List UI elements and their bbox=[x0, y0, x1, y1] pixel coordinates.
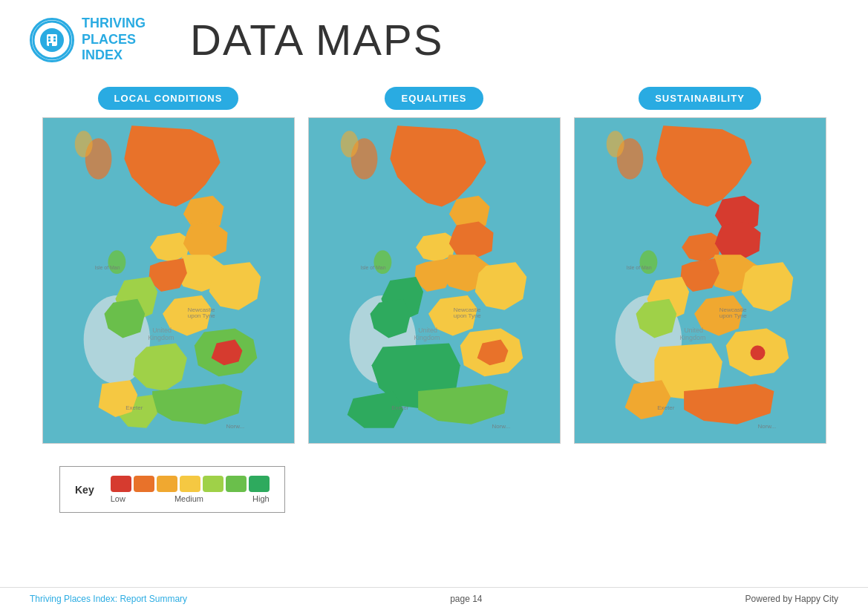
map-equalities: United Kingdom Newcastle upon Tyne Isle … bbox=[308, 117, 561, 444]
svg-text:Kingdom: Kingdom bbox=[148, 334, 174, 341]
svg-text:Isle of Man: Isle of Man bbox=[360, 265, 385, 270]
svg-text:United: United bbox=[152, 327, 172, 334]
legend-colors bbox=[111, 476, 270, 492]
svg-text:Kingdom: Kingdom bbox=[414, 334, 440, 341]
map-sustainability: United Kingdom Newcastle upon Tyne Isle … bbox=[574, 117, 826, 444]
svg-point-25 bbox=[373, 250, 391, 274]
svg-text:Isle of Man: Isle of Man bbox=[94, 265, 120, 270]
svg-text:upon Tyne: upon Tyne bbox=[453, 312, 481, 319]
svg-text:Norw...: Norw... bbox=[226, 423, 244, 430]
svg-point-39 bbox=[639, 250, 657, 274]
logo-text: THRIVING PLACES INDEX bbox=[82, 16, 146, 64]
map-label-equalities: EQUALITIES bbox=[385, 87, 483, 110]
svg-text:upon Tyne: upon Tyne bbox=[187, 312, 215, 319]
svg-text:Norw...: Norw... bbox=[757, 423, 776, 430]
svg-text:upon Tyne: upon Tyne bbox=[719, 312, 747, 319]
header: THRIVING PLACES INDEX DATA MAPS bbox=[30, 15, 838, 65]
svg-rect-5 bbox=[53, 36, 56, 39]
map-local-conditions: United Kingdom Newcastle upon Tyne Isle … bbox=[42, 117, 295, 444]
page: THRIVING PLACES INDEX DATA MAPS LOCAL CO… bbox=[0, 0, 868, 613]
legend-swatch-yellow-green bbox=[203, 476, 223, 492]
legend-swatch-yellow bbox=[180, 476, 200, 492]
legend-label-medium: Medium bbox=[174, 494, 203, 503]
maps-section: LOCAL CONDITIONS bbox=[30, 87, 838, 444]
map-label-local-conditions: LOCAL CONDITIONS bbox=[98, 87, 239, 110]
svg-text:Kingdom: Kingdom bbox=[679, 334, 705, 341]
legend-gradient: Low Medium High bbox=[111, 476, 270, 503]
map-column-sustainability: SUSTAINABILITY bbox=[574, 87, 826, 444]
svg-text:Norw...: Norw... bbox=[492, 423, 510, 430]
legend-swatch-orange-dark bbox=[134, 476, 154, 492]
svg-text:Isle of Man: Isle of Man bbox=[626, 265, 651, 270]
map-column-local-conditions: LOCAL CONDITIONS bbox=[42, 87, 295, 444]
logo: THRIVING PLACES INDEX bbox=[30, 16, 146, 64]
map-svg-equalities: United Kingdom Newcastle upon Tyne Isle … bbox=[309, 118, 560, 443]
svg-point-24 bbox=[340, 131, 358, 157]
footer-right: Powered by Happy City bbox=[745, 594, 838, 604]
legend-label-low: Low bbox=[111, 494, 125, 503]
footer-left: Thriving Places Index: Report Summary bbox=[30, 594, 187, 604]
map-column-equalities: EQUALITIES bbox=[308, 87, 561, 444]
legend-section: Key Low Medium High bbox=[30, 466, 838, 513]
svg-rect-6 bbox=[48, 39, 50, 42]
svg-point-38 bbox=[606, 131, 624, 157]
legend-swatch-red bbox=[111, 476, 131, 492]
svg-text:United: United bbox=[684, 327, 703, 334]
footer: Thriving Places Index: Report Summary pa… bbox=[0, 587, 868, 604]
svg-text:Exeter: Exeter bbox=[125, 404, 143, 411]
svg-rect-7 bbox=[53, 39, 56, 42]
map-svg-local-conditions: United Kingdom Newcastle upon Tyne Isle … bbox=[43, 118, 294, 443]
svg-text:Exeter: Exeter bbox=[391, 404, 408, 411]
svg-text:Exeter: Exeter bbox=[657, 404, 674, 411]
svg-point-36 bbox=[750, 345, 765, 360]
legend-box: Key Low Medium High bbox=[59, 466, 285, 513]
legend-swatch-green bbox=[226, 476, 247, 492]
legend-swatch-orange bbox=[157, 476, 177, 492]
svg-point-11 bbox=[74, 131, 92, 157]
legend-labels: Low Medium High bbox=[111, 494, 270, 503]
map-label-sustainability: SUSTAINABILITY bbox=[639, 87, 761, 110]
page-title: DATA MAPS bbox=[190, 15, 443, 65]
logo-icon bbox=[30, 18, 74, 62]
map-svg-sustainability: United Kingdom Newcastle upon Tyne Isle … bbox=[575, 118, 826, 443]
svg-point-12 bbox=[108, 250, 125, 274]
footer-center: page 14 bbox=[450, 594, 482, 604]
legend-key-label: Key bbox=[75, 484, 94, 496]
svg-rect-3 bbox=[49, 43, 52, 47]
svg-rect-4 bbox=[48, 36, 50, 39]
legend-label-high: High bbox=[252, 494, 270, 503]
svg-text:United: United bbox=[418, 327, 437, 334]
legend-swatch-green-dark bbox=[249, 476, 270, 492]
